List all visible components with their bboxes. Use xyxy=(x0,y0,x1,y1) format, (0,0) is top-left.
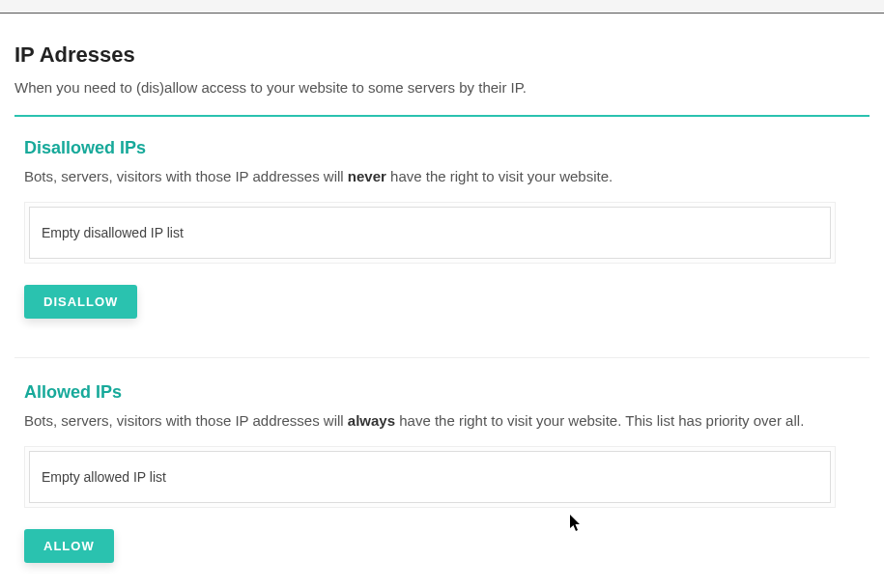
allowed-list[interactable]: Empty allowed IP list xyxy=(29,451,831,503)
allowed-desc-strong: always xyxy=(348,412,395,429)
disallowed-list-container: Empty disallowed IP list xyxy=(24,202,836,264)
page-subtitle: When you need to (dis)allow access to yo… xyxy=(14,79,870,96)
disallowed-title: Disallowed IPs xyxy=(24,138,870,158)
allowed-title: Allowed IPs xyxy=(24,382,870,403)
allow-button[interactable]: ALLOW xyxy=(24,529,114,563)
allowed-description: Bots, servers, visitors with those IP ad… xyxy=(24,412,870,429)
disallowed-desc-pre: Bots, servers, visitors with those IP ad… xyxy=(24,168,348,184)
content-area: IP Adresses When you need to (dis)allow … xyxy=(0,14,884,588)
disallowed-list[interactable]: Empty disallowed IP list xyxy=(29,207,831,259)
disallowed-desc-post: have the right to visit your website. xyxy=(386,168,613,184)
page-title: IP Adresses xyxy=(14,42,870,68)
top-toolbar xyxy=(0,0,884,14)
disallowed-description: Bots, servers, visitors with those IP ad… xyxy=(24,168,870,184)
disallowed-section: Disallowed IPs Bots, servers, visitors w… xyxy=(14,138,870,319)
section-divider xyxy=(14,115,870,117)
allowed-section: Allowed IPs Bots, servers, visitors with… xyxy=(14,382,870,563)
disallow-button[interactable]: DISALLOW xyxy=(24,285,137,319)
disallowed-desc-strong: never xyxy=(348,168,386,184)
allowed-desc-post: have the right to visit your website. Th… xyxy=(395,412,804,429)
allowed-list-container: Empty allowed IP list xyxy=(24,446,836,508)
allowed-desc-pre: Bots, servers, visitors with those IP ad… xyxy=(24,412,348,429)
section-separator xyxy=(14,357,870,358)
